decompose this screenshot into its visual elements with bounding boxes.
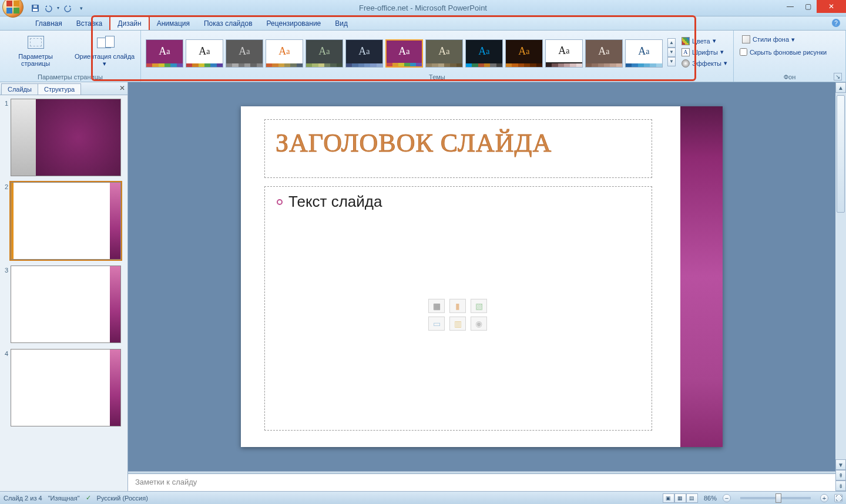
slide-editor: ЗАГОЛОВОК СЛАЙДА Текст слайда ▦ ▮ ▧ ▭ ▥ … bbox=[128, 82, 835, 491]
group-label-page-setup: Параметры страницы bbox=[2, 72, 138, 82]
window-controls: — ▢ ✕ bbox=[781, 0, 846, 13]
zoom-fit-icon[interactable]: ⛶ bbox=[834, 494, 842, 502]
scroll-down-icon[interactable]: ▼ bbox=[835, 459, 846, 470]
theme-thumb-2[interactable]: Aa bbox=[226, 39, 263, 68]
prev-slide-icon[interactable]: ⇞ bbox=[835, 470, 846, 481]
slide-thumb-3[interactable] bbox=[11, 266, 121, 343]
undo-dropdown-icon[interactable]: ▾ bbox=[55, 2, 61, 14]
insert-table-icon[interactable]: ▦ bbox=[428, 299, 445, 313]
zoom-in-icon[interactable]: + bbox=[820, 494, 828, 502]
hide-bg-input[interactable] bbox=[740, 48, 747, 56]
theme-thumb-8[interactable]: Aa bbox=[465, 39, 503, 68]
save-icon[interactable] bbox=[29, 2, 41, 14]
slide-bullet[interactable]: Текст слайда bbox=[277, 193, 640, 211]
group-themes: AaAaAaAaAaAaAaAaAaAaAaAaAa ▲ ▼ ▼ Цвета ▾… bbox=[141, 31, 734, 82]
tab-home[interactable]: Главная bbox=[28, 17, 69, 30]
insert-chart-icon[interactable]: ▮ bbox=[449, 299, 466, 313]
theme-thumb-4[interactable]: Aa bbox=[306, 39, 343, 68]
theme-thumb-9[interactable]: Aa bbox=[505, 39, 543, 68]
status-language[interactable]: Русский (Россия) bbox=[97, 495, 148, 502]
gallery-expand[interactable]: ▼ bbox=[667, 57, 676, 66]
theme-thumb-5[interactable]: Aa bbox=[345, 39, 383, 68]
notes-placeholder: Заметки к слайду bbox=[135, 478, 197, 486]
theme-thumb-1[interactable]: Aa bbox=[186, 39, 223, 68]
group-background: Стили фона ▾ Скрыть фоновые рисунки Фон … bbox=[734, 31, 846, 82]
content-placeholder[interactable]: Текст слайда ▦ ▮ ▧ ▭ ▥ ◉ bbox=[264, 186, 652, 431]
zoom-out-icon[interactable]: − bbox=[723, 494, 731, 502]
tab-outline[interactable]: Структура bbox=[38, 83, 81, 95]
insert-smartart-icon[interactable]: ▧ bbox=[471, 299, 487, 313]
theme-thumb-6[interactable]: Aa bbox=[385, 39, 423, 68]
page-setup-label: Параметры страницы bbox=[5, 53, 66, 67]
insert-picture-icon[interactable]: ▭ bbox=[428, 317, 445, 331]
slide-title-text[interactable]: ЗАГОЛОВОК СЛАЙДА bbox=[276, 128, 641, 158]
panel-tabs: Слайды Структура ✕ bbox=[0, 82, 127, 95]
tab-insert[interactable]: Вставка bbox=[69, 17, 110, 30]
thumb-row: 4 bbox=[2, 349, 125, 426]
tab-animation[interactable]: Анимация bbox=[150, 17, 197, 30]
slide-orientation-button[interactable]: Ориентация слайда ▾ bbox=[71, 32, 138, 69]
tab-slides[interactable]: Слайды bbox=[1, 83, 38, 95]
redo-icon[interactable] bbox=[62, 2, 74, 14]
gallery-scroll-up[interactable]: ▲ bbox=[667, 38, 676, 48]
minimize-button[interactable]: — bbox=[781, 0, 799, 13]
theme-thumb-7[interactable]: Aa bbox=[425, 39, 463, 68]
view-slideshow-icon[interactable]: ▤ bbox=[686, 493, 698, 503]
qat-customize-icon[interactable]: ▾ bbox=[75, 2, 87, 14]
gallery-scroll: ▲ ▼ ▼ bbox=[667, 38, 676, 66]
theme-thumb-3[interactable]: Aa bbox=[266, 39, 303, 68]
insert-clipart-icon[interactable]: ▥ bbox=[449, 317, 466, 331]
tab-view[interactable]: Вид bbox=[328, 17, 355, 30]
theme-thumb-12[interactable]: Aa bbox=[625, 39, 663, 68]
insert-media-icon[interactable]: ◉ bbox=[471, 317, 487, 331]
notes-pane[interactable]: Заметки к слайду bbox=[128, 473, 835, 491]
status-slide: Слайд 2 из 4 bbox=[4, 495, 42, 502]
gallery-scroll-down[interactable]: ▼ bbox=[667, 48, 676, 57]
slide-thumb-4[interactable] bbox=[11, 349, 121, 426]
scroll-track[interactable] bbox=[835, 93, 846, 459]
slide-accent-bar bbox=[680, 106, 723, 447]
svg-rect-1 bbox=[33, 9, 38, 11]
tab-slideshow[interactable]: Показ слайдов bbox=[197, 17, 260, 30]
colors-button[interactable]: Цвета ▾ bbox=[679, 36, 730, 46]
status-theme: "Изящная" bbox=[48, 495, 80, 502]
next-slide-icon[interactable]: ⇟ bbox=[835, 481, 846, 491]
themes-gallery: AaAaAaAaAaAaAaAaAaAaAaAaAa bbox=[143, 37, 664, 68]
slide-thumb-1[interactable] bbox=[11, 99, 121, 176]
slide-canvas[interactable]: ЗАГОЛОВОК СЛАЙДА Текст слайда ▦ ▮ ▧ ▭ ▥ … bbox=[128, 82, 835, 471]
hide-bg-checkbox[interactable]: Скрыть фоновые рисунки bbox=[740, 48, 827, 56]
view-normal-icon[interactable]: ▣ bbox=[663, 493, 674, 503]
theme-thumb-11[interactable]: Aa bbox=[585, 39, 623, 68]
page-setup-button[interactable]: Параметры страницы bbox=[2, 32, 69, 68]
office-button[interactable] bbox=[2, 0, 24, 18]
scroll-up-icon[interactable]: ▲ bbox=[835, 82, 846, 93]
tab-design[interactable]: Дизайн bbox=[109, 16, 149, 30]
title-placeholder[interactable]: ЗАГОЛОВОК СЛАЙДА bbox=[264, 119, 652, 178]
effects-button[interactable]: Эффекты ▾ bbox=[679, 58, 730, 69]
theme-options: Цвета ▾ A Шрифты ▾ Эффекты ▾ bbox=[678, 33, 731, 71]
thumb-number: 3 bbox=[2, 266, 11, 274]
thumb-row: 1 bbox=[2, 99, 125, 176]
undo-icon[interactable] bbox=[42, 2, 54, 14]
fonts-button[interactable]: A Шрифты ▾ bbox=[679, 47, 730, 58]
dialog-launcher-icon[interactable]: ↘ bbox=[834, 73, 842, 80]
theme-thumb-10[interactable]: Aa bbox=[545, 39, 583, 68]
panel-close-icon[interactable]: ✕ bbox=[119, 84, 125, 92]
view-sorter-icon[interactable]: ▦ bbox=[674, 493, 686, 503]
tab-review[interactable]: Рецензирование bbox=[260, 17, 328, 30]
theme-thumb-0[interactable]: Aa bbox=[146, 39, 183, 68]
slide[interactable]: ЗАГОЛОВОК СЛАЙДА Текст слайда ▦ ▮ ▧ ▭ ▥ … bbox=[241, 106, 723, 447]
zoom-percent[interactable]: 86% bbox=[704, 495, 717, 502]
group-page-setup: Параметры страницы Ориентация слайда ▾ П… bbox=[0, 31, 141, 82]
status-bar: Слайд 2 из 4 "Изящная" ✓ Русский (Россия… bbox=[0, 491, 846, 504]
zoom-slider[interactable] bbox=[740, 497, 811, 499]
content-insert-icons: ▦ ▮ ▧ ▭ ▥ ◉ bbox=[428, 299, 488, 331]
spellcheck-icon[interactable]: ✓ bbox=[86, 494, 91, 502]
help-icon[interactable]: ? bbox=[832, 19, 840, 27]
close-button[interactable]: ✕ bbox=[817, 0, 846, 13]
bg-styles-button[interactable]: Стили фона ▾ bbox=[740, 34, 827, 45]
scroll-thumb[interactable] bbox=[837, 95, 845, 213]
thumb-row: 3 bbox=[2, 266, 125, 343]
slide-thumb-2[interactable] bbox=[11, 182, 121, 260]
maximize-button[interactable]: ▢ bbox=[799, 0, 817, 13]
